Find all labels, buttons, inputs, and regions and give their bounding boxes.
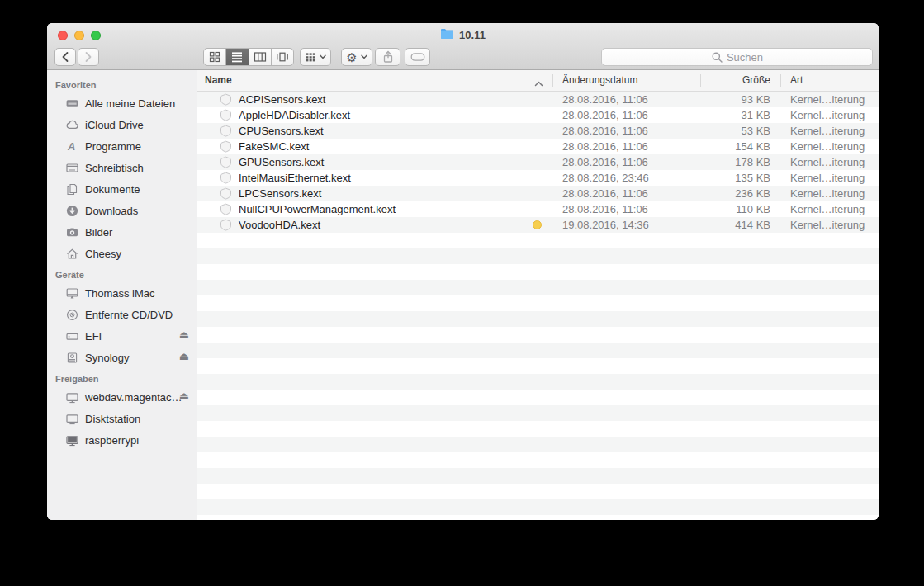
file-size: 53 KB (660, 123, 770, 139)
eject-icon[interactable]: ⏏ (179, 351, 189, 362)
file-row[interactable]: FakeSMC.kext 28.08.2016, 11:06 154 KB Ke… (197, 139, 879, 154)
file-date: 28.08.2016, 23:46 (562, 170, 649, 186)
column-divider (552, 74, 553, 87)
sidebar-item-schreibtisch[interactable]: Schreibtisch (47, 157, 197, 178)
search-input[interactable]: Suchen (601, 48, 873, 66)
file-date: 28.08.2016, 11:06 (562, 92, 648, 107)
file-date: 28.08.2016, 11:06 (562, 186, 648, 201)
coverflow-view-icon (276, 51, 289, 63)
sidebar-item-cheesy[interactable]: Cheesy (47, 243, 197, 264)
file-kind: Kernel…iterung (790, 170, 865, 186)
file-size: 236 KB (660, 186, 770, 201)
file-row[interactable]: GPUSensors.kext 28.08.2016, 11:06 178 KB… (197, 154, 879, 170)
action-menu-button[interactable]: ⚙ (341, 48, 372, 66)
sidebar-item-disktstation[interactable]: Disktstation (47, 408, 197, 429)
file-date: 28.08.2016, 11:06 (562, 201, 648, 217)
empty-stripe (197, 374, 879, 390)
eject-icon[interactable]: ⏏ (179, 329, 189, 340)
sidebar-item-label: webdav.magentac… (85, 391, 182, 404)
sidebar-item-downloads[interactable]: Downloads (47, 200, 197, 221)
eject-icon[interactable]: ⏏ (179, 390, 189, 401)
file-row[interactable]: CPUSensors.kext 28.08.2016, 11:06 53 KB … (197, 123, 879, 139)
window-title: 10.11 (440, 28, 486, 42)
file-kind: Kernel…iterung (790, 186, 865, 201)
column-view-icon (254, 51, 267, 63)
sidebar-item-synology[interactable]: Synology ⏏ (47, 347, 197, 368)
column-view-button[interactable] (249, 49, 272, 65)
sidebar-item-dokumente[interactable]: Dokumente (47, 178, 197, 200)
file-kind: Kernel…iterung (790, 123, 865, 139)
column-header-kind[interactable]: Art (790, 70, 803, 91)
sidebar-item-label: Disktstation (85, 413, 140, 425)
sidebar-item-alle-meine-dateien[interactable]: Alle meine Dateien (47, 92, 197, 114)
sidebar-item-bilder[interactable]: Bilder (47, 221, 197, 243)
zoom-button[interactable] (91, 31, 101, 40)
file-name: GPUSensors.kext (239, 154, 324, 170)
tag-button[interactable] (405, 48, 430, 66)
imac-icon (64, 286, 79, 300)
file-name: NullCPUPowerManagement.kext (239, 201, 396, 217)
sidebar-item-label: EFI (85, 330, 102, 343)
yellow-tag-dot (533, 220, 542, 229)
cloud-icon (64, 118, 79, 132)
titlebar[interactable]: 10.11 (47, 23, 879, 46)
kext-icon (220, 109, 232, 124)
sidebar-item-efi[interactable]: EFI ⏏ (47, 325, 197, 347)
tag-icon (410, 52, 425, 62)
home-icon (64, 247, 79, 261)
icon-view-button[interactable] (204, 49, 226, 65)
finder-window: 10.11 (47, 23, 879, 520)
applications-icon: A (64, 139, 79, 154)
arrange-button[interactable] (300, 48, 331, 66)
sidebar-item-thomass-imac[interactable]: Thomass iMac (47, 282, 197, 304)
column-header-name[interactable]: Name (205, 70, 232, 91)
file-row[interactable]: VoodooHDA.kext 19.08.2016, 14:36 414 KB … (197, 217, 879, 233)
file-size: 414 KB (660, 217, 770, 233)
sidebar-item-label: raspberrypi (85, 434, 139, 447)
sidebar-item-webdav-magentacloud[interactable]: webdav.magentac… ⏏ (47, 386, 197, 408)
file-name: AppleHDADisabler.kext (239, 107, 350, 123)
sidebar-item-label: Synology (85, 352, 129, 364)
sidebar-item-entfernte-cd-dvd[interactable]: Entfernte CD/DVD (47, 304, 197, 325)
sidebar-section-devices: Geräte (47, 264, 197, 282)
file-row[interactable]: ACPISensors.kext 28.08.2016, 11:06 93 KB… (197, 92, 879, 107)
file-size: 178 KB (660, 154, 770, 170)
camera-icon (64, 225, 79, 239)
sidebar-item-icloud-drive[interactable]: iCloud Drive (47, 114, 197, 135)
empty-stripe (197, 280, 879, 295)
empty-stripe (197, 295, 879, 311)
column-header-date[interactable]: Änderungsdatum (562, 70, 637, 91)
column-header-size[interactable]: Größe (660, 70, 770, 91)
empty-stripe (197, 248, 879, 264)
shared-display-icon (64, 412, 79, 426)
folder-icon (440, 28, 454, 42)
sidebar-item-label: Alle meine Dateien (85, 97, 175, 110)
file-size: 154 KB (660, 139, 770, 154)
sidebar-item-label: Bilder (85, 226, 112, 239)
file-name: LPCSensors.kext (239, 186, 321, 201)
file-row[interactable]: AppleHDADisabler.kext 28.08.2016, 11:06 … (197, 107, 879, 123)
sidebar-item-raspberrypi[interactable]: raspberrypi (47, 429, 197, 451)
search-icon (711, 51, 723, 64)
file-row[interactable]: LPCSensors.kext 28.08.2016, 11:06 236 KB… (197, 186, 879, 201)
view-mode-segmented-control (203, 48, 294, 66)
desktop-icon (64, 161, 79, 175)
file-row[interactable]: NullCPUPowerManagement.kext 28.08.2016, … (197, 201, 879, 217)
list-view-button[interactable] (226, 49, 249, 65)
forward-button[interactable] (78, 48, 99, 66)
coverflow-view-button[interactable] (272, 49, 293, 65)
empty-stripe (197, 264, 879, 280)
sidebar: Favoriten Alle meine Dateien iCloud Driv… (47, 70, 197, 520)
minimize-button[interactable] (74, 31, 84, 40)
close-button[interactable] (58, 31, 68, 40)
back-button[interactable] (54, 48, 76, 66)
chevron-down-icon (320, 54, 326, 59)
window-title-text: 10.11 (459, 29, 486, 41)
kext-icon (220, 125, 232, 139)
file-row[interactable]: IntelMausiEthernet.kext 28.08.2016, 23:4… (197, 170, 879, 186)
sidebar-item-programme[interactable]: A Programme (47, 135, 197, 157)
share-button[interactable] (375, 48, 400, 66)
arrange-icon (305, 51, 316, 63)
downloads-icon (64, 204, 79, 218)
search-placeholder: Suchen (727, 51, 763, 64)
